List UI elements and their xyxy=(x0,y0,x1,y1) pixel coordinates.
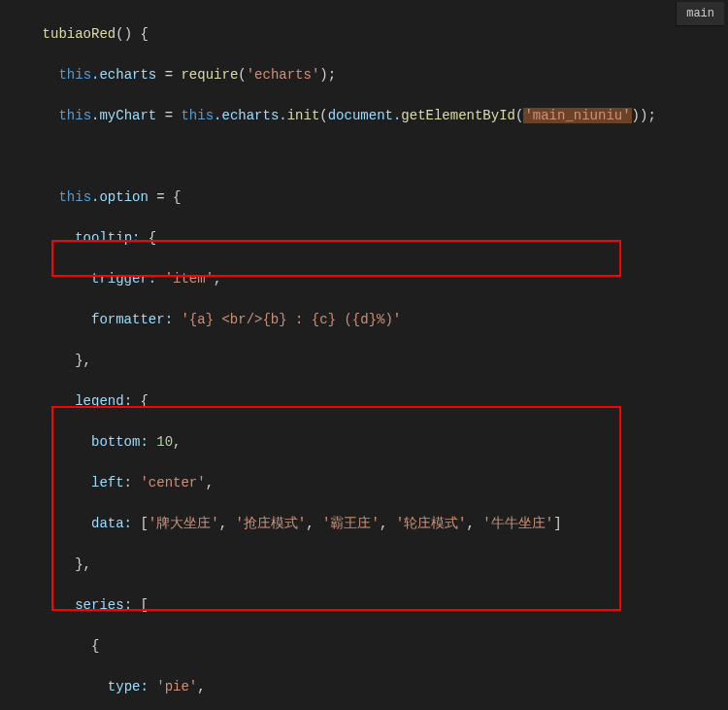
code-line: left: 'center', xyxy=(10,473,728,493)
code-line: legend: { xyxy=(10,391,728,412)
code-line: this.echarts = require('echarts'); xyxy=(10,65,728,85)
code-line: data: ['牌大坐庄', '抢庄模式', '霸王庄', '轮庄模式', '牛… xyxy=(10,514,728,534)
code-line: tubiaoRed() { xyxy=(10,24,728,45)
code-line: this.option = { xyxy=(10,187,728,208)
code-line: this.myChart = this.echarts.init(documen… xyxy=(10,106,728,126)
code-line: }, xyxy=(10,555,728,575)
highlighted-string: 'main_niuniu' xyxy=(523,108,631,123)
code-line: series: [ xyxy=(10,595,728,616)
code-line: }, xyxy=(10,351,728,371)
code-line xyxy=(10,147,728,167)
code-line: bottom: 10, xyxy=(10,432,728,453)
code-editor[interactable]: tubiaoRed() { this.echarts = require('ec… xyxy=(0,0,728,710)
code-line: type: 'pie', xyxy=(10,677,728,697)
code-line: tooltip: { xyxy=(10,228,728,249)
code-line: formatter: '{a} <br/>{b} : {c} ({d}%)' xyxy=(10,310,728,330)
code-line: { xyxy=(10,636,728,657)
code-line: trigger: 'item', xyxy=(10,269,728,289)
